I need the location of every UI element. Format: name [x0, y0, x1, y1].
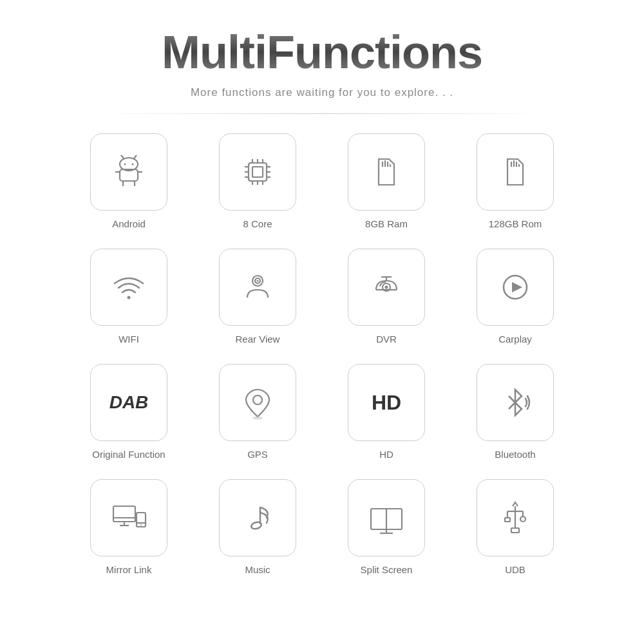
8core-icon-box	[219, 133, 296, 211]
128gbrom-icon-box	[477, 133, 554, 211]
svg-point-35	[257, 280, 259, 282]
svg-point-51	[140, 524, 142, 526]
dvr-icon	[366, 267, 407, 308]
svg-point-6	[124, 164, 126, 166]
dab-icon: DAB	[109, 392, 149, 413]
android-icon	[108, 151, 149, 193]
page-title: MultiFunctions	[162, 26, 482, 79]
dvr-icon-box	[348, 249, 425, 326]
page-subtitle: More functions are waiting for you to ex…	[191, 86, 453, 99]
splitscreen-icon-box	[348, 479, 425, 556]
feature-wifi: WIFI	[77, 249, 180, 345]
svg-rect-61	[505, 518, 510, 522]
svg-point-32	[128, 296, 131, 299]
android-icon-box	[90, 133, 167, 211]
wifi-label: WIFI	[118, 334, 139, 345]
carplay-label: Carplay	[498, 334, 532, 345]
features-grid: Android	[77, 133, 567, 575]
dvr-label: DVR	[376, 334, 397, 345]
hd-label: HD	[379, 449, 393, 460]
sdcard-icon	[366, 151, 407, 193]
feature-mirrorlink: Mirror Link	[77, 479, 180, 575]
mirrorlink-icon-box	[90, 479, 167, 556]
svg-point-43	[253, 395, 262, 404]
wifi-icon	[108, 267, 149, 308]
udb-label: UDB	[505, 564, 526, 575]
android-label: Android	[112, 218, 146, 229]
128gbrom-label: 128GB Rom	[489, 218, 542, 229]
svg-point-7	[132, 164, 134, 166]
rearview-label: Rear View	[236, 334, 280, 345]
gps-icon	[237, 382, 278, 423]
feature-dab: DAB Original Function	[77, 364, 180, 460]
music-icon-box	[219, 479, 296, 556]
feature-music: Music	[206, 479, 309, 575]
music-label: Music	[245, 564, 270, 575]
svg-line-9	[134, 155, 137, 158]
svg-rect-45	[113, 506, 135, 522]
dab-icon-box: DAB	[90, 364, 167, 441]
feature-8gbram: 8GB Ram	[335, 133, 438, 229]
camera-icon	[237, 267, 278, 308]
sdcard2-icon	[495, 151, 536, 193]
svg-rect-11	[252, 167, 263, 177]
gps-label: GPS	[247, 449, 268, 460]
feature-dvr: DVR	[335, 249, 438, 345]
svg-marker-42	[512, 282, 522, 292]
dab-label: Original Function	[92, 449, 165, 460]
usb-icon	[495, 497, 536, 538]
bluetooth-icon-box	[477, 364, 554, 441]
hd-icon-box: HD	[348, 364, 425, 441]
carplay-icon-box	[477, 249, 554, 326]
svg-point-53	[251, 521, 262, 530]
music-icon	[237, 497, 278, 538]
hd-icon: HD	[372, 391, 401, 415]
feature-splitscreen: Split Screen	[335, 479, 438, 575]
feature-bluetooth: Bluetooth	[464, 364, 567, 460]
feature-128gbrom: 128GB Rom	[464, 133, 567, 229]
play-icon	[495, 267, 536, 308]
feature-carplay: Carplay	[464, 249, 567, 345]
svg-rect-64	[511, 528, 519, 533]
svg-rect-10	[249, 163, 267, 181]
8core-label: 8 Core	[243, 218, 272, 229]
feature-android: Android	[77, 133, 180, 229]
feature-8core: 8 Core	[206, 133, 309, 229]
rearview-icon-box	[219, 249, 296, 326]
mirrorlink-label: Mirror Link	[106, 564, 152, 575]
divider	[97, 113, 547, 114]
wifi-icon-box	[90, 249, 167, 326]
svg-line-8	[121, 155, 124, 158]
udb-icon-box	[477, 479, 554, 556]
split-icon	[366, 497, 407, 538]
mirror-icon	[108, 497, 149, 538]
feature-hd: HD HD	[335, 364, 438, 460]
splitscreen-label: Split Screen	[361, 564, 413, 575]
8gbram-icon-box	[348, 133, 425, 211]
feature-gps: GPS	[206, 364, 309, 460]
feature-udb: UDB	[464, 479, 567, 575]
bluetooth-label: Bluetooth	[495, 449, 535, 460]
gps-icon-box	[219, 364, 296, 441]
svg-point-63	[520, 516, 526, 522]
svg-point-40	[385, 286, 388, 289]
8gbram-label: 8GB Ram	[365, 218, 408, 229]
svg-point-44	[252, 417, 263, 420]
feature-rearview: Rear View	[206, 249, 309, 345]
cpu-icon	[237, 151, 278, 193]
bluetooth-icon	[495, 382, 536, 423]
